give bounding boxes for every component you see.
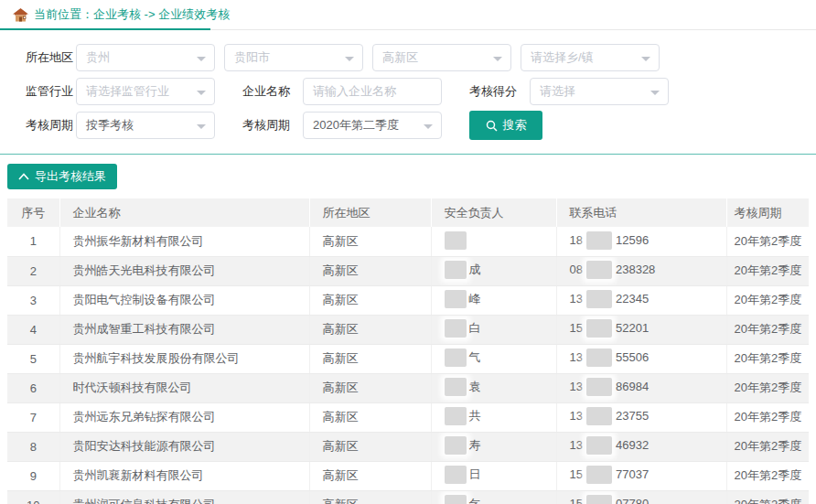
table-row: 3 贵阳电气控制设备有限公司 高新区 峰 1322345 20年第2季度	[7, 285, 809, 315]
row-index: 10	[7, 490, 59, 504]
caret-down-icon	[197, 57, 206, 61]
redacted-name-block	[445, 231, 467, 250]
region-cell: 高新区	[309, 461, 431, 490]
redacted-phone-block	[586, 261, 612, 279]
redacted-name-block	[445, 349, 467, 367]
phone-cell: 1386984	[556, 373, 726, 402]
town-select[interactable]: 请选择乡/镇	[521, 44, 660, 71]
row-index: 1	[7, 227, 59, 256]
redacted-name-block	[445, 436, 467, 455]
redacted-name-block	[445, 407, 467, 425]
table-row: 1 贵州振华新材料有限公司 高新区 1812596 20年第2季度	[7, 227, 809, 256]
filter-row-region: 所在地区 贵州 贵阳市 高新区 请选择乡/镇	[26, 44, 816, 71]
breadcrumb-active-underline	[0, 28, 210, 30]
company-name-cell: 贵州成智重工科技有限公司	[59, 315, 309, 344]
home-icon	[13, 8, 28, 22]
safety-officer-cell: 气	[431, 344, 556, 373]
row-index: 8	[7, 432, 59, 461]
redacted-name-block	[445, 319, 467, 338]
safety-officer-cell: 白	[431, 315, 556, 344]
breadcrumb-bar: 当前位置：企业考核 -> 企业绩效考核	[0, 0, 816, 30]
period-cell: 20年第2季度	[726, 227, 809, 256]
redacted-name-block	[445, 290, 467, 308]
breadcrumb: 当前位置：企业考核 -> 企业绩效考核	[34, 6, 230, 23]
safety-officer-cell: 日	[431, 461, 556, 490]
caret-down-icon	[345, 57, 354, 61]
region-cell: 高新区	[309, 344, 431, 373]
redacted-name-block	[445, 261, 467, 279]
phone-cell: 1346932	[556, 432, 726, 461]
caret-down-icon	[197, 124, 206, 129]
company-name-cell: 贵阳安达科技能源有限公司	[59, 432, 309, 461]
export-button-label: 导出考核结果	[35, 168, 106, 185]
company-name-cell: 贵州振华新材料有限公司	[59, 227, 309, 256]
search-button-label: 搜索	[503, 117, 527, 134]
safety-officer-cell: 成	[431, 256, 556, 285]
redacted-name-block	[445, 378, 467, 396]
industry-label: 监管行业	[26, 83, 76, 100]
filter-panel: 所在地区 贵州 贵阳市 高新区 请选择乡/镇 监管行业 请选择监管行业	[0, 30, 816, 155]
company-name-input[interactable]: 请输入企业名称	[303, 78, 442, 105]
region-cell: 高新区	[309, 373, 431, 402]
region-cell: 高新区	[309, 315, 431, 344]
company-name-cell: 时代沃顿科技有限公司	[59, 373, 309, 402]
caret-down-icon	[493, 57, 502, 61]
caret-down-icon	[424, 124, 433, 129]
caret-down-icon	[650, 91, 660, 95]
period-cell: 20年第2季度	[726, 402, 809, 432]
row-index: 4	[7, 315, 59, 344]
phone-cell: 1323755	[556, 402, 726, 432]
score-label: 考核得分	[462, 83, 517, 100]
toolbar: 导出考核结果	[0, 155, 816, 198]
province-select[interactable]: 贵州	[76, 44, 215, 71]
results-table: 序号 企业名称 所在地区 安全负责人 联系电话 考核周期 1 贵州振华新材料有限…	[7, 198, 809, 504]
phone-cell: 1552201	[556, 315, 726, 344]
col-header-period: 考核周期	[726, 198, 809, 227]
safety-officer-cell: 寿	[431, 432, 556, 461]
district-select[interactable]: 高新区	[372, 44, 511, 71]
col-header-company: 企业名称	[59, 198, 309, 227]
search-icon	[486, 120, 498, 132]
redacted-phone-block	[586, 407, 612, 425]
table-row: 8 贵阳安达科技能源有限公司 高新区 寿 1346932 20年第2季度	[7, 432, 809, 461]
phone-cell: 08238328	[556, 256, 726, 285]
table-row: 9 贵州凯襄新材料有限公司 高新区 日 1577037 20年第2季度	[7, 461, 809, 490]
industry-select[interactable]: 请选择监管行业	[76, 78, 215, 105]
row-index: 7	[7, 402, 59, 432]
period-cell: 20年第2季度	[726, 461, 809, 490]
score-select[interactable]: 请选择	[530, 78, 669, 105]
cycle-select[interactable]: 2020年第二季度	[303, 112, 442, 139]
period-cell: 20年第2季度	[726, 344, 809, 373]
safety-officer-cell	[431, 227, 556, 256]
redacted-phone-block	[586, 231, 612, 250]
row-index: 6	[7, 373, 59, 402]
period-cell: 20年第2季度	[726, 285, 809, 315]
row-index: 2	[7, 256, 59, 285]
company-name-cell: 贵州凯襄新材料有限公司	[59, 461, 309, 490]
redacted-phone-block	[586, 290, 612, 308]
phone-cell: 1577037	[556, 461, 726, 490]
search-button[interactable]: 搜索	[469, 111, 542, 140]
filter-row-cycle: 考核周期 按季考核 考核周期 2020年第二季度 搜索	[26, 112, 816, 139]
region-label: 所在地区	[26, 49, 76, 66]
period-cell: 20年第2季度	[726, 432, 809, 461]
safety-officer-cell: 乞	[431, 490, 556, 504]
chevron-up-icon	[18, 173, 29, 180]
export-results-button[interactable]: 导出考核结果	[7, 164, 117, 189]
company-name-cell: 贵州润可信息科技有限公司	[59, 490, 309, 504]
caret-down-icon	[641, 57, 650, 61]
cycle-type-label: 考核周期	[26, 117, 76, 134]
city-select[interactable]: 贵阳市	[224, 44, 363, 71]
period-cell: 20年第2季度	[726, 256, 809, 285]
cycle-type-select[interactable]: 按季考核	[76, 112, 215, 139]
phone-cell: 1355506	[556, 344, 726, 373]
row-index: 9	[7, 461, 59, 490]
results-table-wrap: 序号 企业名称 所在地区 安全负责人 联系电话 考核周期 1 贵州振华新材料有限…	[0, 198, 816, 504]
company-name-cell: 贵州皓天光电科技有限公司	[59, 256, 309, 285]
region-cell: 高新区	[309, 490, 431, 504]
caret-down-icon	[197, 91, 206, 95]
redacted-name-block	[445, 495, 467, 504]
cycle-label: 考核周期	[235, 117, 290, 134]
phone-cell: 1322345	[556, 285, 726, 315]
redacted-phone-block	[586, 495, 612, 504]
